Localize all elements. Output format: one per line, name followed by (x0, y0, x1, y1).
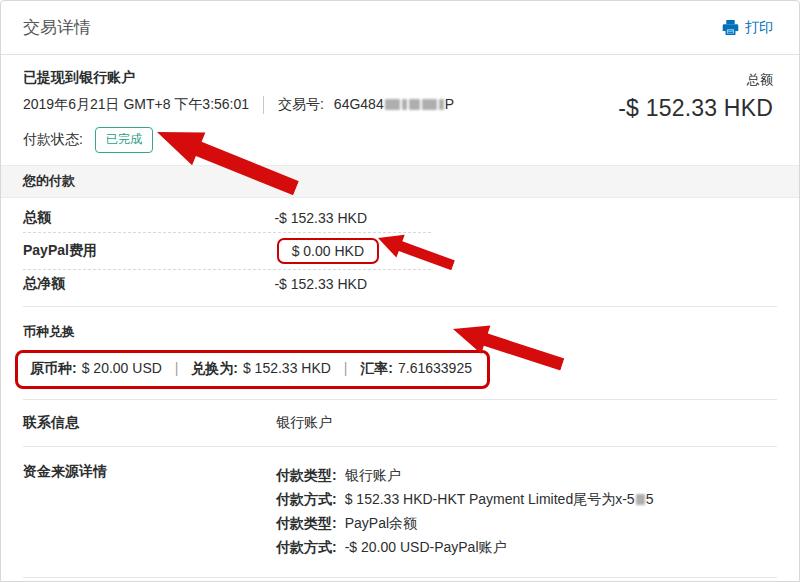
funding-type-label: 付款类型: (276, 515, 337, 531)
currency-exchange-title: 币种兑换 (23, 323, 777, 341)
divider (23, 306, 777, 307)
contact-info-label: 联系信息 (23, 414, 276, 432)
fx-rate-label: 汇率: (360, 360, 393, 376)
redacted-segment (385, 99, 400, 110)
funding-method-value-suffix: 5 (646, 491, 654, 507)
transaction-date: 2019年6月21日 GMT+8 下午3:56:01 (23, 96, 249, 114)
row-label: PayPal费用 (23, 242, 97, 260)
payment-amount-rows: 总额 -$ 152.33 HKD PayPal费用 $ 0.00 HKD 总净额… (1, 198, 799, 300)
fx-to-label: 兑换为: (191, 360, 238, 376)
funding-row: 付款类型:PayPal余额 (276, 511, 653, 535)
funding-method-label: 付款方式: (276, 491, 337, 507)
funding-row: 付款类型:银行账户 (276, 463, 653, 487)
summary-section: 已提现到银行账户 2019年6月21日 GMT+8 下午3:56:01 交易号:… (1, 55, 799, 165)
print-button-label: 打印 (745, 19, 773, 37)
page-header: 交易详情 打印 (1, 1, 799, 55)
fx-from-value: $ 20.00 USD (82, 360, 162, 376)
funding-method-value-prefix: $ 152.33 HKD-HKT Payment Limited尾号为x-5 (345, 491, 635, 507)
redacted-segment (422, 99, 437, 110)
fx-rate-value: 7.61633925 (398, 360, 472, 376)
payment-row-net: 总净额 -$ 152.33 HKD (23, 269, 431, 298)
contact-info-row: 联系信息 银行账户 (1, 406, 799, 440)
funding-row: 付款方式:$ 152.33 HKD-HKT Payment Limited尾号为… (276, 487, 653, 511)
funding-source-section: 资金来源详情 付款类型:银行账户 付款方式:$ 152.33 HKD-HKT P… (1, 453, 799, 567)
fee-value-highlighted: $ 0.00 HKD (277, 238, 379, 264)
separator: | (344, 360, 348, 376)
summary-left: 已提现到银行账户 2019年6月21日 GMT+8 下午3:56:01 交易号:… (23, 69, 454, 153)
contact-info-value: 银行账户 (276, 414, 332, 432)
transaction-id-prefix: 64G484 (334, 96, 384, 112)
redacted-segment (409, 99, 420, 110)
withdrawal-status-text: 已提现到银行账户 (23, 69, 454, 87)
total-amount: -$ 152.33 HKD (618, 95, 773, 122)
row-label: 总额 (23, 209, 51, 227)
funding-method-value: -$ 20.00 USD-PayPal账户 (345, 539, 507, 555)
funding-type-value: PayPal余额 (345, 515, 417, 531)
currency-exchange-section: 币种兑换 原币种:$ 20.00 USD | 兑换为:$ 152.33 HKD … (1, 313, 799, 389)
page-title: 交易详情 (23, 16, 91, 39)
printer-icon (722, 19, 739, 36)
divider (23, 446, 777, 447)
funding-method-label: 付款方式: (276, 539, 337, 555)
row-value: -$ 152.33 HKD (274, 276, 367, 292)
row-label: 总净额 (23, 275, 65, 293)
summary-right: 总额 -$ 152.33 HKD (618, 69, 773, 153)
transaction-id: 交易号: 64G484P (263, 96, 454, 114)
currency-exchange-highlight-box: 原币种:$ 20.00 USD | 兑换为:$ 152.33 HKD | 汇率:… (15, 350, 490, 389)
payment-row-fee: PayPal费用 $ 0.00 HKD (23, 232, 431, 269)
divider (23, 399, 777, 400)
transaction-id-suffix: P (445, 96, 454, 112)
separator: | (175, 360, 179, 376)
fx-to-value: $ 152.33 HKD (243, 360, 331, 376)
divider (23, 577, 777, 578)
payment-row-total: 总额 -$ 152.33 HKD (23, 204, 431, 232)
funding-source-label: 资金来源详情 (23, 463, 276, 559)
total-label: 总额 (618, 71, 773, 89)
row-value: -$ 152.33 HKD (274, 210, 367, 226)
print-button[interactable]: 打印 (722, 19, 773, 37)
redacted-segment (402, 99, 407, 110)
payment-status-label: 付款状态: (23, 131, 83, 149)
transaction-id-label: 交易号: (278, 96, 324, 112)
redacted-segment (439, 99, 444, 110)
transaction-details-page: 交易详情 打印 已提现到银行账户 2019年6月21日 GMT+8 下午3:56… (0, 0, 800, 582)
your-payment-section-header: 您的付款 (1, 165, 799, 198)
funding-type-value: 银行账户 (345, 467, 401, 483)
status-badge: 已完成 (95, 127, 153, 153)
funding-row: 付款方式:-$ 20.00 USD-PayPal账户 (276, 535, 653, 559)
redacted-segment (636, 494, 645, 505)
funding-source-details: 付款类型:银行账户 付款方式:$ 152.33 HKD-HKT Payment … (276, 463, 653, 559)
fx-from-label: 原币种: (30, 360, 77, 376)
funding-type-label: 付款类型: (276, 467, 337, 483)
